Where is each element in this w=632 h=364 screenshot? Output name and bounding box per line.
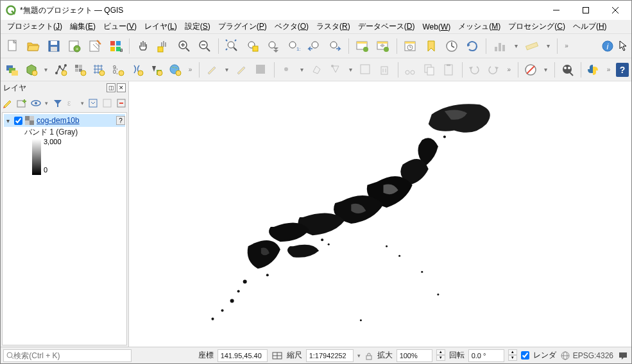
- menu-web[interactable]: Web(W): [418, 21, 454, 33]
- toolbar-dropdown-icon[interactable]: ▾: [543, 37, 553, 56]
- remove-layer-button[interactable]: [115, 96, 127, 110]
- zoom-out-button[interactable]: [195, 37, 214, 56]
- add-raster-layer-button[interactable]: [71, 60, 89, 79]
- menu-help[interactable]: ヘルプ(H): [569, 20, 611, 33]
- crs-button[interactable]: EPSG:4326: [560, 351, 613, 361]
- svg-point-71: [119, 70, 124, 76]
- menu-database[interactable]: データベース(D): [354, 20, 419, 33]
- menu-mesh[interactable]: メッシュ(M): [454, 20, 504, 33]
- scale-dropdown-icon[interactable]: ▾: [357, 352, 361, 359]
- extents-icon[interactable]: [271, 350, 283, 361]
- expand-arrow-icon[interactable]: ▾: [4, 117, 12, 124]
- close-button[interactable]: [601, 1, 630, 20]
- add-wms-layer-button[interactable]: [166, 60, 184, 79]
- lock-scale-icon[interactable]: [364, 351, 373, 360]
- toolbar-overflow-icon[interactable]: »: [185, 60, 195, 79]
- refresh-button[interactable]: [463, 37, 482, 56]
- coordinate-input[interactable]: [218, 349, 268, 362]
- add-vector-layer-button[interactable]: [52, 60, 70, 79]
- open-data-source-manager-button[interactable]: [3, 60, 21, 79]
- open-project-button[interactable]: [24, 37, 43, 56]
- svg-point-40: [384, 47, 389, 52]
- python-console-button[interactable]: [585, 60, 603, 79]
- add-delimited-text-layer-button[interactable]: 9,0,: [109, 60, 127, 79]
- svg-point-37: [363, 47, 368, 52]
- measure-line-button[interactable]: [522, 37, 542, 56]
- osm-place-search-button[interactable]: [559, 60, 577, 79]
- show-statistical-summary-button[interactable]: [490, 37, 509, 56]
- messages-button[interactable]: [617, 350, 629, 361]
- menu-layer[interactable]: レイヤ(L): [141, 20, 181, 33]
- layer-tree[interactable]: ▾ cog-dem10b ? バンド 1 (Gray) 3,000 0: [2, 112, 127, 345]
- menu-view[interactable]: ビュー(V): [99, 20, 141, 33]
- main-toolbar-2: ▾ 9,0, » ▾ ▾ ▾ » ▾ » ?: [1, 58, 631, 81]
- no-action-button[interactable]: [522, 60, 540, 79]
- save-project-button[interactable]: [44, 37, 64, 56]
- toolbar-dropdown-icon[interactable]: ▾: [511, 37, 521, 56]
- open-layer-styling-button[interactable]: [2, 96, 13, 110]
- toolbar-overflow-icon[interactable]: »: [561, 37, 572, 56]
- menu-project[interactable]: プロジェクト(J): [3, 20, 66, 33]
- temporal-button[interactable]: [442, 37, 461, 56]
- new-project-button[interactable]: [3, 37, 22, 56]
- toolbar-dropdown-icon[interactable]: ▾: [80, 96, 85, 110]
- toolbar-overflow-icon[interactable]: »: [604, 60, 613, 79]
- locator-search[interactable]: [3, 349, 132, 362]
- pan-button[interactable]: [133, 37, 153, 56]
- style-manager-button[interactable]: aa: [106, 37, 125, 56]
- svg-point-85: [411, 70, 414, 74]
- menu-plugins[interactable]: プラグイン(P): [214, 20, 271, 33]
- panel-close-button[interactable]: ✕: [117, 83, 126, 92]
- zoom-to-layer-button[interactable]: [264, 37, 283, 56]
- temporal-controller-button[interactable]: [401, 37, 420, 56]
- expand-all-button[interactable]: [87, 96, 99, 110]
- magnifier-spinner[interactable]: ▴▾: [436, 349, 445, 362]
- scale-input[interactable]: [306, 349, 354, 362]
- toolbar-overflow-icon[interactable]: »: [504, 60, 514, 79]
- add-group-button[interactable]: [16, 96, 28, 110]
- menu-edit[interactable]: 編集(E): [66, 20, 99, 33]
- add-spatialite-layer-button[interactable]: [128, 60, 146, 79]
- layer-indicator-icon[interactable]: ?: [116, 116, 125, 125]
- add-mesh-layer-button[interactable]: [90, 60, 108, 79]
- new-spatial-bookmark-button[interactable]: [422, 37, 441, 56]
- zoom-in-button[interactable]: [175, 37, 194, 56]
- magnifier-input[interactable]: [397, 349, 432, 362]
- filter-by-expression-button: ε: [66, 96, 78, 110]
- identify-features-button[interactable]: i: [598, 37, 617, 56]
- pan-to-selection-button[interactable]: [154, 37, 173, 56]
- zoom-last-button[interactable]: [305, 37, 324, 56]
- layer-visibility-checkbox[interactable]: [14, 117, 22, 125]
- maximize-button[interactable]: [571, 1, 601, 20]
- layer-item[interactable]: ▾ cog-dem10b ?: [4, 114, 125, 127]
- render-checkbox[interactable]: [521, 351, 529, 360]
- rotation-spinner[interactable]: ▴▾: [508, 349, 517, 362]
- add-virtual-layer-button[interactable]: [148, 60, 166, 79]
- zoom-full-button[interactable]: [223, 37, 242, 56]
- zoom-native-button[interactable]: 1:1: [284, 37, 303, 56]
- map-canvas[interactable]: [129, 81, 631, 347]
- svg-rect-88: [445, 65, 452, 75]
- zoom-next-button[interactable]: [325, 37, 345, 56]
- menu-processing[interactable]: プロセシング(C): [504, 20, 569, 33]
- manage-map-themes-button[interactable]: [30, 96, 42, 110]
- new-3d-view-button[interactable]: [373, 37, 393, 56]
- new-print-layout-button[interactable]: +: [65, 37, 84, 56]
- filter-legend-button[interactable]: [52, 96, 64, 110]
- new-map-view-button[interactable]: [353, 37, 372, 56]
- menu-raster[interactable]: ラスタ(R): [312, 20, 354, 33]
- zoom-to-selection-button[interactable]: [243, 37, 262, 56]
- show-layout-manager-button[interactable]: [85, 37, 105, 56]
- help-button[interactable]: ?: [616, 63, 629, 77]
- menu-vector[interactable]: ベクタ(O): [271, 20, 312, 33]
- menu-settings[interactable]: 設定(S): [181, 20, 214, 33]
- toolbar-dropdown-icon[interactable]: ▾: [41, 60, 51, 79]
- rotation-input[interactable]: [468, 349, 504, 362]
- paste-features-button: [440, 60, 458, 79]
- panel-undock-button[interactable]: ◫: [107, 83, 115, 92]
- toolbar-dropdown-icon[interactable]: ▾: [44, 96, 49, 110]
- toolbar-dropdown-icon[interactable]: ▾: [541, 60, 551, 79]
- minimize-button[interactable]: [542, 1, 571, 20]
- locator-search-input[interactable]: [13, 351, 128, 360]
- new-geopackage-layer-button[interactable]: [22, 60, 40, 79]
